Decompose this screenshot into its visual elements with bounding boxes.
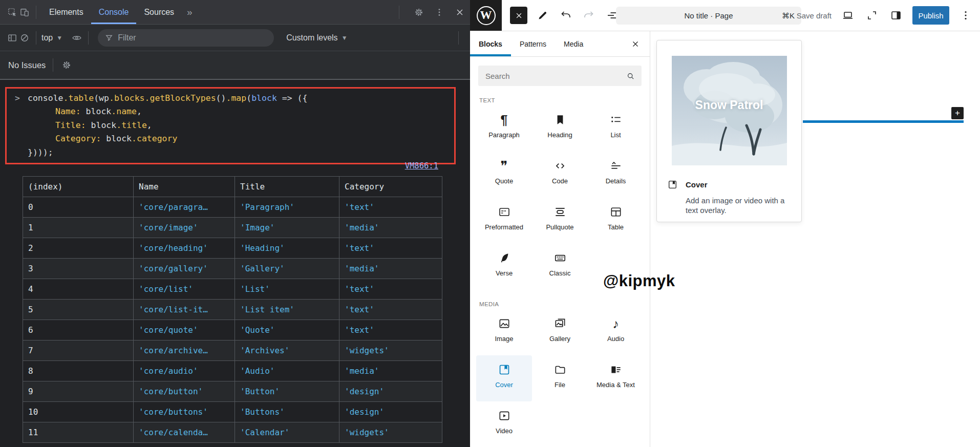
devtools-panel: ElementsConsoleSources » top ▼ (0, 0, 470, 447)
block-item-video[interactable]: Video (476, 401, 532, 447)
block-item-table[interactable]: Table (588, 198, 644, 244)
log-levels-selector[interactable]: Custom levels ▼ (286, 33, 347, 42)
document-title: No title · Page (684, 11, 733, 20)
table-cell: 'Heading' (235, 238, 339, 259)
devtools-menu-dots-icon[interactable] (433, 6, 445, 18)
table-cell: 9 (23, 381, 134, 402)
block-item-paragraph[interactable]: ¶Paragraph (476, 105, 532, 152)
console-table: (index)NameTitleCategory0'core/paragra…'… (23, 176, 442, 443)
search-input[interactable] (485, 72, 626, 80)
source-location-link[interactable]: VM866:1 (405, 161, 438, 171)
devtools-close-icon[interactable] (454, 6, 466, 18)
console-toolbar: top ▼ Custom levels ▼ (0, 25, 470, 51)
close-inserter-button[interactable] (510, 7, 527, 24)
table-header-index[interactable]: (index) (23, 177, 134, 197)
block-item-classic[interactable]: Classic (532, 244, 588, 290)
block-item-quote[interactable]: ❞Quote (476, 152, 532, 198)
filter-input[interactable] (118, 33, 267, 42)
block-item-audio[interactable]: ♪Audio (588, 309, 644, 355)
block-item-cover[interactable]: Cover (476, 355, 532, 401)
inserter-tab-blocks[interactable]: Blocks (470, 31, 511, 56)
table-header-name[interactable]: Name (134, 177, 235, 197)
block-search-box[interactable] (478, 66, 642, 86)
block-preview-popover: Snow Patrol Cover Add an image or video … (656, 40, 802, 222)
table-cell: 'media' (339, 218, 442, 238)
image-icon (498, 317, 511, 330)
command-palette-field[interactable]: No title · Page ⌘K (616, 7, 801, 25)
execution-context-selector[interactable]: top ▼ (41, 33, 62, 42)
block-item-heading[interactable]: Heading (532, 105, 588, 152)
table-cell: 'core/image' (134, 218, 235, 238)
watermark-text: @kipmyk (603, 272, 675, 290)
undo-icon[interactable] (558, 8, 573, 23)
preview-device-icon[interactable] (840, 8, 856, 23)
inserter-tab-media[interactable]: Media (555, 31, 592, 56)
inserter-close-icon[interactable] (629, 38, 642, 50)
table-cell: 'core/quote' (134, 320, 235, 340)
table-cell: 'Quote' (235, 320, 339, 340)
block-item-file[interactable]: File (532, 355, 588, 401)
redo-icon[interactable] (581, 8, 596, 23)
edit-pencil-icon[interactable] (535, 8, 550, 23)
tab-elements[interactable]: Elements (41, 0, 91, 24)
table-cell: 'core/list' (134, 279, 235, 300)
more-tabs-chevrons-icon[interactable]: » (182, 7, 198, 18)
table-cell: 'Button' (235, 381, 339, 402)
preview-block-description: Add an image or video with a text overla… (686, 196, 796, 215)
code-icon (553, 159, 567, 173)
console-filter-box[interactable] (98, 29, 274, 47)
device-toolbar-icon[interactable] (18, 6, 31, 18)
table-cell: 'Calendar' (235, 422, 339, 443)
clear-console-icon[interactable] (18, 32, 31, 44)
block-item-gallery[interactable]: Gallery (532, 309, 588, 355)
table-cell: 'text' (339, 197, 442, 218)
block-item-preformatted[interactable]: Preformatted (476, 198, 532, 244)
details-icon (609, 159, 623, 173)
block-item-list[interactable]: List (588, 105, 644, 152)
settings-sidebar-icon[interactable] (888, 8, 904, 23)
inspect-element-icon[interactable] (6, 6, 18, 18)
console-prompt-chevron: > (15, 92, 20, 105)
tab-sources[interactable]: Sources (136, 0, 182, 24)
table-cell: 'List item' (235, 300, 339, 320)
table-cell: 5 (23, 300, 134, 320)
wordpress-logo[interactable]: W (470, 0, 502, 31)
block-item-code[interactable]: Code (532, 152, 588, 198)
file-icon (553, 363, 567, 376)
live-expression-eye-icon[interactable] (71, 32, 83, 44)
table-cell: 7 (23, 340, 134, 361)
heading-icon (553, 113, 567, 126)
table-cell: 'Archives' (235, 340, 339, 361)
block-grid: ¶ParagraphHeadingList❞QuoteCodeDetailsPr… (476, 105, 644, 290)
block-item-details[interactable]: Details (588, 152, 644, 198)
block-item-pullquote[interactable]: Pullquote (532, 198, 588, 244)
save-draft-button[interactable]: Save draft (797, 11, 832, 20)
fullscreen-expand-icon[interactable] (864, 8, 880, 23)
table-cell: 6 (23, 320, 134, 340)
table-header-category[interactable]: Category (339, 177, 442, 197)
table-cell: 'Image' (235, 218, 339, 238)
inserter-tab-patterns[interactable]: Patterns (511, 31, 555, 56)
add-block-button[interactable]: + (951, 107, 964, 119)
block-item-verse[interactable]: Verse (476, 244, 532, 290)
tab-console[interactable]: Console (91, 0, 137, 24)
table-cell: 'media' (339, 361, 442, 381)
devtools-settings-gear-icon[interactable] (413, 6, 425, 18)
preview-block-title: Cover (686, 180, 708, 189)
table-cell: 'widgets' (339, 340, 442, 361)
block-insertion-indicator (803, 120, 964, 123)
table-header-title[interactable]: Title (235, 177, 339, 197)
console-sidebar-toggle-icon[interactable] (6, 32, 18, 44)
table-cell: 'core/buttons' (134, 402, 235, 422)
wp-topbar: W No title · Page ⌘K Save draft (470, 0, 980, 31)
filter-funnel-icon (105, 34, 113, 42)
block-item-media-text[interactable]: Media & Text (588, 355, 644, 401)
publish-button[interactable]: Publish (912, 6, 949, 25)
list-icon (609, 113, 623, 126)
issues-settings-gear-icon[interactable] (60, 59, 73, 71)
no-issues-label: No Issues (8, 60, 46, 70)
editor-canvas: Snow Patrol Cover Add an image or video … (650, 31, 980, 447)
options-menu-dots-icon[interactable] (958, 8, 973, 23)
block-item-image[interactable]: Image (476, 309, 532, 355)
table-cell: 'List' (235, 279, 339, 300)
